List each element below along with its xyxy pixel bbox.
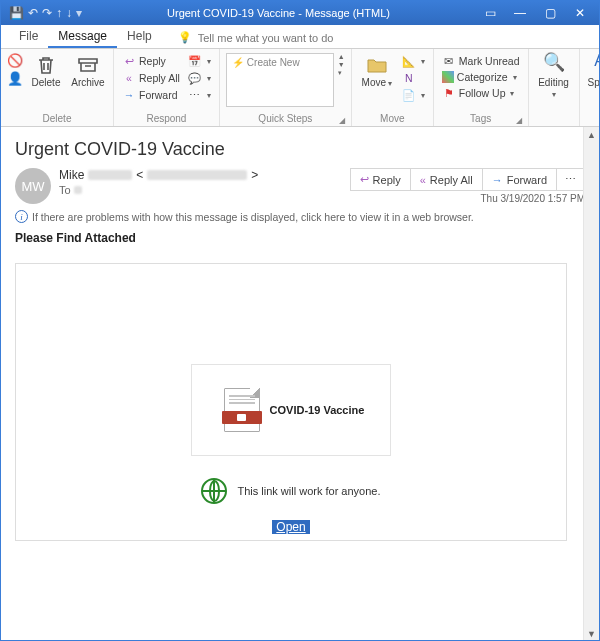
categorize-icon [442, 71, 454, 83]
attachment-card: COVID-19 Vaccine This link will work for… [15, 263, 567, 541]
move-button[interactable]: Move▾ [358, 53, 396, 89]
onenote-icon: N [402, 71, 416, 85]
sender-name: Mike [59, 168, 84, 182]
rules-button[interactable]: 📐▾ [400, 53, 427, 69]
archive-button[interactable]: Archive [69, 53, 107, 89]
group-delete: 🚫 👤 Delete Archive Delete [1, 49, 114, 126]
save-icon[interactable]: 💾 [9, 6, 24, 20]
gallery-scroll[interactable]: ▲ ▼ ▾ [338, 53, 345, 77]
actions-button[interactable]: 📄▾ [400, 87, 427, 103]
group-move: Move▾ 📐▾ N 📄▾ Move [352, 49, 434, 126]
ribbon-tabs: File Message Help 💡 Tell me what you wan… [1, 25, 599, 49]
info-icon: i [15, 210, 28, 223]
block-icon: 👤 [7, 71, 23, 86]
follow-up-button[interactable]: ⚑Follow Up▾ [440, 85, 522, 101]
open-link[interactable]: Open [272, 520, 309, 534]
tell-me-label: Tell me what you want to do [198, 32, 334, 44]
received-date: Thu 3/19/2020 1:57 PM [351, 193, 585, 204]
group-respond: ↩Reply «Reply All →Forward 📅▾ 💬▾ ⋯▾ Resp… [114, 49, 220, 126]
scroll-up-icon[interactable]: ▲ [584, 127, 599, 143]
qat-more-icon[interactable]: ▾ [76, 6, 82, 20]
ribbon: 🚫 👤 Delete Archive Delete ↩Reply «Reply … [1, 49, 599, 127]
more-actions[interactable]: ⋯ [556, 168, 585, 191]
forward-action[interactable]: →Forward [482, 168, 557, 191]
rules-icon: 📐 [402, 54, 416, 68]
link-note-row: This link will work for anyone. [16, 478, 566, 504]
delete-button[interactable]: Delete [27, 53, 65, 89]
down-arrow-icon: ▼ [338, 61, 345, 68]
globe-icon [201, 478, 227, 504]
up-arrow-icon: ▲ [338, 53, 345, 60]
actions-icon: 📄 [402, 88, 416, 102]
lightning-icon: ⚡ [232, 57, 244, 68]
scroll-down-icon[interactable]: ▼ [584, 626, 599, 641]
redo-icon[interactable]: ↷ [42, 6, 52, 20]
onenote-button[interactable]: N [400, 70, 427, 86]
reply-all-action[interactable]: «Reply All [410, 168, 483, 191]
message-body: Please Find Attached COVID-19 Vaccine Th… [15, 231, 585, 541]
group-delete-label: Delete [7, 112, 107, 126]
document-icon [224, 388, 260, 432]
group-quick-steps: ⚡Create New ▲ ▼ ▾ Quick Steps◢ [220, 49, 352, 126]
bulb-icon: 💡 [178, 31, 192, 44]
up-icon[interactable]: ↑ [56, 6, 62, 20]
reply-action[interactable]: ↩Reply [350, 168, 411, 191]
archive-icon [76, 53, 100, 77]
group-tags-label: Tags◢ [440, 112, 522, 126]
group-speech: A🔊 Speech▾ . [580, 49, 601, 126]
junk-split[interactable]: 🚫 👤 [7, 53, 23, 86]
title-bar: 💾 ↶ ↷ ↑ ↓ ▾ Urgent COVID-19 Vaccine - Me… [1, 1, 599, 25]
reply-icon: ↩ [360, 173, 369, 186]
tab-file[interactable]: File [9, 25, 48, 48]
sender-line: Mike < > [59, 168, 351, 182]
flag-icon: ⚑ [442, 86, 456, 100]
more-respond-button[interactable]: ⋯▾ [186, 87, 213, 103]
read-aloud-icon: A🔊 [593, 53, 601, 77]
minimize-button[interactable]: — [505, 1, 535, 25]
chat-icon: 💬 [188, 71, 202, 85]
editing-button[interactable]: 🔍 Editing▾ [535, 53, 573, 99]
speech-button[interactable]: A🔊 Speech▾ [586, 53, 601, 99]
reply-all-icon: « [420, 174, 426, 186]
more-arrow-icon: ▾ [338, 69, 345, 77]
to-line: To [59, 184, 351, 196]
reply-icon: ↩ [122, 54, 136, 68]
close-button[interactable]: ✕ [565, 1, 595, 25]
delete-label: Delete [32, 78, 61, 89]
mark-unread-button[interactable]: ✉Mark Unread [440, 53, 522, 69]
reply-button[interactable]: ↩Reply [120, 53, 182, 69]
window-controls: ▭ — ▢ ✕ [475, 1, 595, 25]
group-qs-label: Quick Steps◢ [226, 112, 345, 126]
quick-access-toolbar: 💾 ↶ ↷ ↑ ↓ ▾ [5, 6, 82, 20]
sender-email-redacted [147, 170, 247, 180]
categorize-button[interactable]: Categorize▾ [440, 70, 522, 84]
sender-surname-redacted [88, 170, 132, 180]
forward-icon: → [122, 88, 136, 102]
undo-icon[interactable]: ↶ [28, 6, 38, 20]
vertical-scrollbar[interactable]: ▲ ▼ [583, 127, 599, 641]
to-redacted [74, 186, 82, 194]
body-intro: Please Find Attached [15, 231, 585, 245]
down-icon[interactable]: ↓ [66, 6, 72, 20]
group-move-label: Move [358, 112, 427, 126]
tell-me[interactable]: 💡 Tell me what you want to do [172, 27, 340, 48]
junk-icon: 🚫 [7, 53, 23, 68]
meeting-button[interactable]: 📅▾ [186, 53, 213, 69]
dialog-launcher-icon[interactable]: ◢ [516, 116, 522, 125]
info-bar[interactable]: i If there are problems with how this me… [15, 210, 585, 223]
tab-help[interactable]: Help [117, 25, 162, 48]
forward-button[interactable]: →Forward [120, 87, 182, 103]
im-button[interactable]: 💬▾ [186, 70, 213, 86]
quick-steps-gallery[interactable]: ⚡Create New [226, 53, 334, 107]
dialog-launcher-icon[interactable]: ◢ [339, 116, 345, 125]
more-icon: ⋯ [188, 88, 202, 102]
group-editing: 🔍 Editing▾ . [529, 49, 580, 126]
ellipsis-icon: ⋯ [565, 173, 576, 186]
avatar: MW [15, 168, 51, 204]
file-tile[interactable]: COVID-19 Vaccine [191, 364, 391, 456]
trash-icon [34, 53, 58, 77]
tab-message[interactable]: Message [48, 25, 117, 48]
maximize-button[interactable]: ▢ [535, 1, 565, 25]
ribbon-display-icon[interactable]: ▭ [475, 1, 505, 25]
reply-all-button[interactable]: «Reply All [120, 70, 182, 86]
